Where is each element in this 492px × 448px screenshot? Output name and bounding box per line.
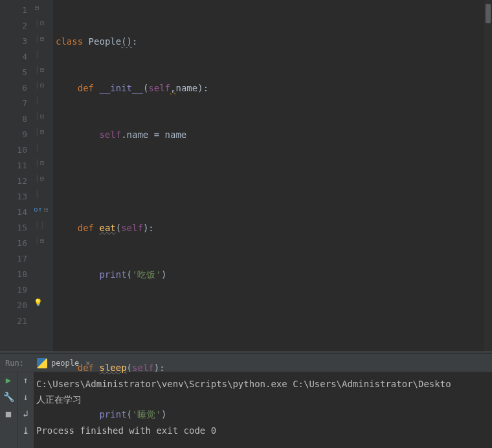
fold-end-icon[interactable]: ⊟: [40, 78, 44, 93]
line-number: 2: [0, 18, 27, 34]
up-stack-button[interactable]: ↑: [23, 375, 28, 385]
line-number: 9: [0, 127, 27, 142]
run-toolbar-left: ▶ 🔧 ■: [0, 372, 17, 448]
line-number: 14: [0, 205, 27, 220]
code-line[interactable]: [56, 174, 492, 189]
stop-button[interactable]: ■: [3, 409, 14, 419]
line-number: 15: [0, 220, 27, 236]
fold-icon[interactable]: ⊟: [44, 206, 48, 213]
fold-end-icon[interactable]: ⊟: [40, 31, 44, 47]
line-number: 18: [0, 267, 27, 282]
fold-gutter[interactable]: ⊟ │⊟ │⊟ │ │⊟ │⊟ │ │⊟ │⊟ │ │⊟ │⊟ │ o↑⊟ ││…: [32, 0, 53, 352]
line-number: 20: [0, 298, 27, 313]
code-line[interactable]: print('吃饭'): [56, 267, 492, 282]
scrollbar-thumb[interactable]: [486, 4, 491, 23]
line-number: 8: [0, 111, 27, 127]
code-line[interactable]: [56, 313, 492, 329]
code-editor-area[interactable]: 1 2 3 4 5 6 7 8 9 10 11 12 13 14 15 16 1…: [0, 0, 492, 352]
line-number: 16: [0, 236, 27, 251]
line-number: 3: [0, 34, 27, 49]
line-number: 17: [0, 251, 27, 267]
line-number: 1: [0, 3, 27, 18]
line-number-gutter: 1 2 3 4 5 6 7 8 9 10 11 12 13 14 15 16 1…: [0, 0, 32, 352]
down-stack-button[interactable]: ↓: [23, 392, 28, 402]
line-number: 11: [0, 158, 27, 174]
intention-bulb-icon[interactable]: 💡: [34, 295, 43, 311]
fold-icon[interactable]: ⊟: [35, 0, 39, 16]
line-number: 12: [0, 174, 27, 189]
code-line[interactable]: self.name = name: [56, 127, 492, 142]
line-number: 7: [0, 96, 27, 111]
code-line[interactable]: def eat(self):: [56, 220, 492, 236]
line-number: 19: [0, 282, 27, 298]
fold-end-icon[interactable]: ⊟: [40, 233, 44, 249]
fold-end-icon[interactable]: ⊟: [40, 124, 44, 140]
line-number: 21: [0, 313, 27, 329]
code-line[interactable]: print('睡觉'): [56, 407, 492, 422]
fold-end-icon[interactable]: ⊟: [40, 171, 44, 186]
rerun-button[interactable]: ▶: [3, 375, 14, 385]
fold-icon[interactable]: ⊟: [40, 155, 44, 171]
override-icon[interactable]: o↑: [34, 202, 42, 218]
fold-icon[interactable]: ⊟: [40, 109, 44, 124]
code-area[interactable]: class People(): def __init__(self,name):…: [53, 0, 492, 352]
run-toolbar-right: ↑ ↓ ↲ ⤓: [17, 372, 34, 448]
settings-button[interactable]: 🔧: [3, 392, 14, 402]
line-number: 5: [0, 65, 27, 80]
line-number: 4: [0, 49, 27, 65]
python-icon: [37, 358, 47, 368]
code-line[interactable]: def sleep(self):: [56, 360, 492, 375]
fold-icon[interactable]: ⊟: [40, 62, 44, 78]
soft-wrap-button[interactable]: ↲: [23, 409, 28, 419]
line-number: 13: [0, 189, 27, 205]
scroll-end-button[interactable]: ⤓: [22, 425, 30, 436]
code-line[interactable]: class People():: [56, 34, 492, 49]
vertical-scrollbar[interactable]: [484, 0, 492, 352]
run-label: Run:: [5, 359, 24, 368]
fold-icon[interactable]: ⊟: [40, 16, 44, 31]
code-line[interactable]: def __init__(self,name):: [56, 80, 492, 96]
line-number: 6: [0, 80, 27, 96]
line-number: 10: [0, 142, 27, 158]
